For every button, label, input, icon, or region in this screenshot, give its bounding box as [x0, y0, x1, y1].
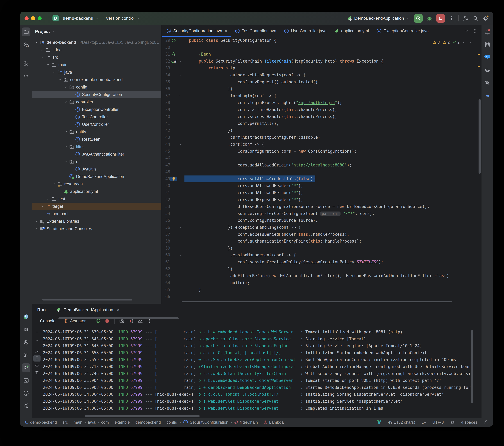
- console-vertical-scrollbar[interactable]: [471, 330, 473, 403]
- code-line-62[interactable]: 62 }): [162, 265, 481, 273]
- tab-options-kebab-icon[interactable]: [472, 28, 478, 34]
- breadcrumb-lambda[interactable]: λLambda: [264, 420, 284, 425]
- close-tab-icon[interactable]: ×: [225, 28, 227, 33]
- console-output[interactable]: 2024-06-16T09:06:31.639-05:00 INFO 67999…: [32, 329, 478, 414]
- fold-chevron-icon[interactable]: [177, 143, 183, 146]
- code-line-33[interactable]: 33 return http: [162, 65, 481, 72]
- tree-item-util[interactable]: util: [32, 158, 161, 165]
- previous-problem-icon[interactable]: [462, 40, 466, 44]
- code-line-34[interactable]: 34 .authorizeHttpRequests(conf -> {: [162, 72, 481, 79]
- chevron-down-icon[interactable]: [57, 78, 63, 82]
- tree-item-testcontroller[interactable]: CTestController: [32, 113, 161, 121]
- chevron-right-icon[interactable]: [33, 219, 39, 223]
- tree-item-main[interactable]: main: [32, 61, 161, 69]
- code-line-50[interactable]: 50 cors.addAllowedHeader("*");: [162, 182, 481, 189]
- services-button[interactable]: [22, 338, 30, 347]
- breadcrumb-main[interactable]: main: [73, 420, 82, 425]
- run-active-button[interactable]: [22, 363, 30, 372]
- code-line-53[interactable]: 53 UrlBasedCorsConfigurationSource sourc…: [162, 203, 481, 210]
- project-widget[interactable]: D demo-backend: [53, 15, 99, 21]
- build-hammer-button[interactable]: [22, 351, 30, 359]
- next-problem-icon[interactable]: [469, 40, 473, 44]
- tree-item-external-libraries[interactable]: External Libraries: [32, 218, 161, 225]
- code-line-42[interactable]: 42 }): [162, 127, 481, 134]
- console-tab-console[interactable]: Console: [37, 316, 58, 326]
- close-run-tab-icon[interactable]: ×: [117, 307, 119, 312]
- tree-item-demo-backend[interactable]: demo-backend~/Desktop/CS/JavaEE/5 Java S…: [32, 39, 161, 46]
- tree-item-exceptioncontroller[interactable]: CExceptionController: [32, 106, 161, 113]
- zoom-window-button[interactable]: [37, 16, 42, 20]
- code-line-35[interactable]: 35 conf.anyRequest().authenticated();: [162, 79, 481, 86]
- ai-assistant-chat-button[interactable]: [483, 53, 492, 62]
- code-line-47[interactable]: 47 cors.addAllowedOrigin("http://localho…: [162, 162, 481, 169]
- code-line-64[interactable]: 64 .build();: [162, 279, 481, 286]
- tree-item-application-yml[interactable]: application.yml: [32, 188, 161, 195]
- code-line-37[interactable]: 37 .formLogin(conf -> {: [162, 93, 481, 99]
- breadcrumb-com[interactable]: com: [101, 420, 109, 425]
- chevron-down-icon[interactable]: [63, 85, 69, 89]
- editor-tab-securityconfiguration-java[interactable]: CSecurityConfiguration.java×: [162, 25, 231, 37]
- run-tabs-scrollbar[interactable]: [58, 317, 179, 319]
- code-editor[interactable]: 29public class SecurityConfiguration {30…: [162, 37, 481, 304]
- warnings-count[interactable]: 3: [432, 39, 440, 46]
- search-everywhere-button[interactable]: [473, 15, 479, 21]
- code-line-45[interactable]: 45 CorsConfiguration cors = new CorsConf…: [162, 148, 481, 155]
- tree-item-demobackendapplication[interactable]: CDemoBackendApplication: [32, 173, 161, 180]
- editor-tab-usercontroller-java[interactable]: CUserController.java: [280, 25, 330, 37]
- code-line-61[interactable]: 61 conf.sessionCreationPolicy(SessionCre…: [162, 259, 481, 265]
- tree-item-filter[interactable]: filter: [32, 143, 161, 150]
- editor-tab-exceptioncontroller-java[interactable]: CExceptionController.java: [373, 25, 432, 37]
- fold-chevron-icon[interactable]: [177, 226, 183, 229]
- code-line-38[interactable]: 38 conf.loginProcessingUrl("/api/auth/lo…: [162, 99, 481, 106]
- git-branch-button[interactable]: [22, 402, 30, 410]
- breadcrumb-src[interactable]: src: [63, 420, 68, 425]
- project-horizontal-scrollbar[interactable]: [42, 299, 132, 300]
- fold-chevron-icon[interactable]: [177, 253, 183, 257]
- breadcrumb-java[interactable]: java: [88, 420, 95, 425]
- tree-item-src[interactable]: src: [32, 54, 161, 61]
- code-line-52[interactable]: 52 cors.addExposedHeader("*");: [162, 196, 481, 203]
- database-button[interactable]: [483, 40, 492, 49]
- tree-item-resources[interactable]: resources: [32, 180, 161, 188]
- tree-item-controller[interactable]: controller: [32, 98, 161, 106]
- code-line-39[interactable]: 39 conf.failureHandler(this::handleProce…: [162, 106, 481, 113]
- code-line-58[interactable]: 58 conf.authenticationEntryPoint(this::h…: [162, 238, 481, 245]
- console-horizontal-scrollbar[interactable]: [85, 415, 200, 417]
- chevron-down-icon[interactable]: [63, 100, 69, 104]
- code-line-57[interactable]: 57 conf.accessDeniedHandler(this::handle…: [162, 231, 481, 238]
- code-line-44[interactable]: 44 .cors(conf -> {: [162, 141, 481, 148]
- breadcrumb-config[interactable]: config: [166, 420, 177, 425]
- code-line-40[interactable]: 40 conf.successHandler(this::handleProce…: [162, 113, 481, 120]
- run-configuration-selector[interactable]: DemoBackendApplication: [347, 16, 410, 21]
- tree-item-com-example-demobackend[interactable]: com.example.demobackend: [32, 76, 161, 83]
- code-line-51[interactable]: 51 cors.addAllowedMethod("*");: [162, 189, 481, 196]
- maven-m-button[interactable]: m: [483, 91, 492, 100]
- settings-button[interactable]: [483, 15, 489, 21]
- tree-item--idea[interactable]: .idea: [32, 46, 161, 54]
- chevron-down-icon[interactable]: [51, 70, 57, 74]
- tree-item-scratches-and-consoles[interactable]: Scratches and Consoles: [32, 225, 161, 232]
- tree-item-entity[interactable]: entity: [32, 128, 161, 136]
- tree-item-config[interactable]: config: [32, 83, 161, 91]
- vcs-widget-button[interactable]: ?: [22, 40, 30, 49]
- code-line-54[interactable]: 54 source.registerCorsConfiguration( pat…: [162, 210, 481, 217]
- chevron-down-icon[interactable]: [63, 145, 69, 149]
- chevron-right-icon[interactable]: [33, 227, 39, 231]
- tree-item-target[interactable]: target: [32, 203, 161, 210]
- code-with-me-button[interactable]: [463, 15, 468, 21]
- code-line-46[interactable]: 46: [162, 155, 481, 162]
- minimize-window-button[interactable]: [31, 16, 35, 20]
- code-line-49[interactable]: 49 cors.setAllowCredentials(false);: [162, 175, 481, 183]
- vcs-menu[interactable]: Version control: [106, 16, 140, 21]
- breadcrumb-example[interactable]: example: [114, 420, 130, 425]
- code-line-36[interactable]: 36 }): [162, 85, 481, 93]
- file-encoding[interactable]: UTF-8: [432, 420, 444, 425]
- run-tab[interactable]: DemoBackendApplication ×: [55, 307, 119, 313]
- indent-setting[interactable]: 4 spaces: [461, 420, 477, 425]
- chevron-down-icon[interactable]: [45, 63, 51, 67]
- breadcrumb-securityconfiguration[interactable]: CSecurityConfiguration: [183, 420, 228, 425]
- fold-chevron-icon[interactable]: [177, 59, 183, 63]
- line-separator[interactable]: LF: [421, 420, 426, 425]
- code-line-60[interactable]: 60 .sessionManagement(conf -> {: [162, 252, 481, 259]
- close-window-button[interactable]: [24, 16, 29, 20]
